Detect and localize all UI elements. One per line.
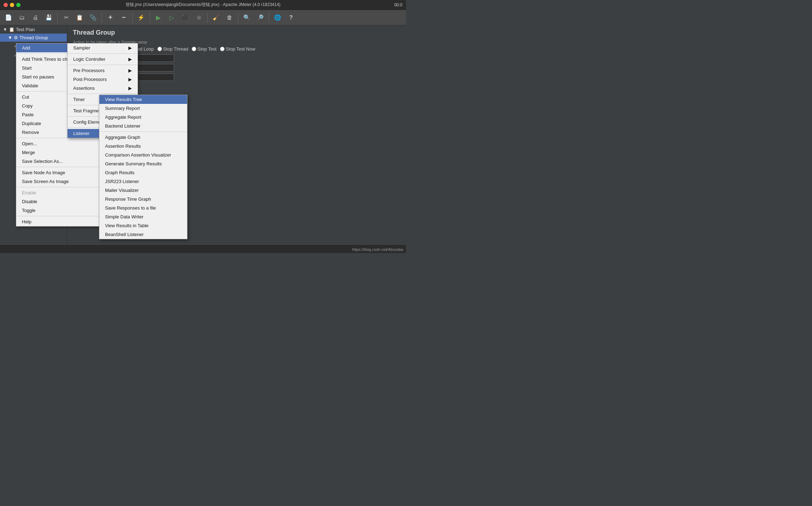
radio-stop-test-now[interactable]: Stop Test Now xyxy=(220,46,255,52)
search-button[interactable]: 🔍 xyxy=(240,12,253,24)
cm2-pre-processors[interactable]: Pre Processors ▶ xyxy=(68,66,138,75)
cm3-assertion-results-label: Assertion Results xyxy=(105,143,141,149)
radio-stop-thread-input[interactable] xyxy=(157,47,162,51)
radio-stop-test[interactable]: Stop Test xyxy=(192,46,216,52)
toolbar: 📄 🗂 🖨 💾 ✂ 📋 📎 + − ⚡ ▶ ▷ ⬛ ⊗ 🧹 🗑 🔍 🔎 🌐 ? xyxy=(0,10,406,25)
test-plan-arrow: ▼ xyxy=(3,27,7,32)
statusbar-url: https://blog.csdn.net/Absosba xyxy=(352,247,403,252)
cm3-simple-data-writer[interactable]: Simple Data Writer xyxy=(99,212,187,221)
thread-group-arrow: ▼ xyxy=(8,35,12,40)
cm2-logic-controller[interactable]: Logic Controller ▶ xyxy=(68,55,138,64)
cm2-sep-1 xyxy=(68,53,138,54)
cm3-generate-summary-results[interactable]: Generate Summary Results xyxy=(99,159,187,168)
clear-button[interactable]: 🧹 xyxy=(210,12,222,24)
remove-button[interactable]: − xyxy=(117,12,130,24)
cm3-response-time-graph[interactable]: Response Time Graph xyxy=(99,195,187,204)
cm-save-screen-as-image-label: Save Screen As Image xyxy=(22,179,69,184)
radio-stop-test-input[interactable] xyxy=(192,47,196,51)
toggle-button[interactable]: ⚡ xyxy=(135,12,147,24)
cm3-generate-summary-results-label: Generate Summary Results xyxy=(105,161,162,166)
cm3-save-responses-to-file-label: Save Responses to a file xyxy=(105,205,156,211)
rampup-input[interactable] xyxy=(132,64,174,71)
cm2-logic-controller-arrow: ▶ xyxy=(128,57,132,62)
toolbar-separator-7 xyxy=(269,12,269,23)
cm2-pre-processors-label: Pre Processors xyxy=(73,68,105,73)
cm3-aggregate-report-label: Aggregate Report xyxy=(105,114,141,120)
cm-save-node-as-image-label: Save Node As Image xyxy=(22,170,65,175)
loop-input[interactable] xyxy=(132,73,174,81)
timer-display: 00:0 xyxy=(394,2,402,7)
window-controls xyxy=(4,3,21,7)
cm3-save-responses-to-file[interactable]: Save Responses to a file xyxy=(99,204,187,212)
clear-all-button[interactable]: 🗑 xyxy=(223,12,236,24)
cm-disable-label: Disable xyxy=(22,199,37,204)
test-plan-icon: 📋 xyxy=(9,27,14,32)
stop-button[interactable]: ⬛ xyxy=(179,12,192,24)
cm3-mailer-visualizer[interactable]: Mailer Visualizer xyxy=(99,186,187,195)
cm3-view-results-in-table-label: View Results in Table xyxy=(105,223,149,228)
add-button[interactable]: + xyxy=(104,12,117,24)
cm-toggle-label: Toggle xyxy=(22,208,35,213)
cm3-response-time-graph-label: Response Time Graph xyxy=(105,196,151,202)
minimize-button[interactable] xyxy=(10,3,14,7)
cm2-assertions[interactable]: Assertions ▶ xyxy=(68,84,138,93)
save-disk-button[interactable]: 💾 xyxy=(42,12,55,24)
cm3-backend-listener[interactable]: Backend Listener xyxy=(99,122,187,130)
toolbar-separator-6 xyxy=(238,12,238,23)
save-button[interactable]: 🖨 xyxy=(29,12,42,24)
remote-button[interactable]: 🌐 xyxy=(271,12,284,24)
cm2-post-processors[interactable]: Post Processors ▶ xyxy=(68,75,138,84)
threads-input[interactable] xyxy=(132,54,174,62)
cm3-summary-report[interactable]: Summary Report xyxy=(99,104,187,113)
cm3-sep-1 xyxy=(99,131,187,132)
close-button[interactable] xyxy=(4,3,8,7)
cm-copy-label: Copy xyxy=(22,103,33,108)
radio-stop-test-now-input[interactable] xyxy=(220,47,225,51)
start-no-pause-button[interactable]: ▷ xyxy=(166,12,178,24)
cm2-sampler[interactable]: Sampler ▶ xyxy=(68,43,138,52)
cm3-view-results-tree-label: View Results Tree xyxy=(105,97,142,102)
cm2-logic-controller-label: Logic Controller xyxy=(73,57,105,62)
maximize-button[interactable] xyxy=(16,3,21,7)
cm-start-no-pauses-label: Start no pauses xyxy=(22,74,54,80)
cm3-view-results-in-table[interactable]: View Results in Table xyxy=(99,221,187,230)
cm3-assertion-results[interactable]: Assertion Results xyxy=(99,142,187,151)
cm-add-label: Add xyxy=(22,45,30,51)
cm2-timer-label: Timer xyxy=(73,97,85,102)
cm2-pre-processors-arrow: ▶ xyxy=(128,68,132,73)
tree-item-test-plan[interactable]: ▼ 📋 Test Plan xyxy=(0,25,67,34)
cm3-view-results-tree[interactable]: View Results Tree xyxy=(99,95,187,104)
help-button[interactable]: ? xyxy=(285,12,297,24)
open-button[interactable]: 🗂 xyxy=(16,12,28,24)
cm-merge-label: Merge xyxy=(22,150,35,155)
paste-button[interactable]: 📎 xyxy=(87,12,99,24)
tree-item-thread-group[interactable]: ▼ ⚙ Thread Group xyxy=(0,34,67,42)
shutdown-button[interactable]: ⊗ xyxy=(192,12,205,24)
new-button[interactable]: 📄 xyxy=(2,12,15,24)
cm3-aggregate-graph[interactable]: Aggregate Graph xyxy=(99,133,187,142)
radio-stop-thread[interactable]: Stop Thread xyxy=(157,46,188,52)
cm3-mailer-visualizer-label: Mailer Visualizer xyxy=(105,188,139,193)
main-layout: ▼ 📋 Test Plan ▼ ⚙ Thread Group ✏ 登陆 ✂ 登陆… xyxy=(0,25,406,245)
start-button[interactable]: ▶ xyxy=(152,12,165,24)
window-title: 登陆.jmx (/Users/wenqiangli/Documents/登陆.j… xyxy=(126,2,280,8)
cm2-post-processors-arrow: ▶ xyxy=(128,77,132,82)
left-panel: ▼ 📋 Test Plan ▼ ⚙ Thread Group ✏ 登陆 ✂ 登陆… xyxy=(0,25,67,245)
cm-help-label: Help xyxy=(22,219,31,224)
cut-button[interactable]: ✂ xyxy=(60,12,72,24)
thread-group-label: Thread Group xyxy=(19,35,48,40)
browse-button[interactable]: 🔎 xyxy=(254,12,267,24)
cm3-comparison-assertion-visualizer[interactable]: Comparison Assertion Visualizer xyxy=(99,151,187,159)
cm3-aggregate-report[interactable]: Aggregate Report xyxy=(99,113,187,122)
cm3-beanshell-listener-label: BeanShell Listener xyxy=(105,232,144,237)
cm2-assertions-label: Assertions xyxy=(73,86,95,91)
toolbar-separator-1 xyxy=(57,12,58,23)
cm3-beanshell-listener[interactable]: BeanShell Listener xyxy=(99,230,187,239)
cm3-graph-results[interactable]: Graph Results xyxy=(99,168,187,177)
cm3-backend-listener-label: Backend Listener xyxy=(105,123,140,129)
cm-save-selection-as-label: Save Selection As... xyxy=(22,159,63,164)
cm2-post-processors-label: Post Processors xyxy=(73,77,107,82)
copy-button[interactable]: 📋 xyxy=(73,12,86,24)
cm3-comparison-assertion-visualizer-label: Comparison Assertion Visualizer xyxy=(105,152,171,158)
cm3-jsr223-listener[interactable]: JSR223 Listener xyxy=(99,177,187,186)
